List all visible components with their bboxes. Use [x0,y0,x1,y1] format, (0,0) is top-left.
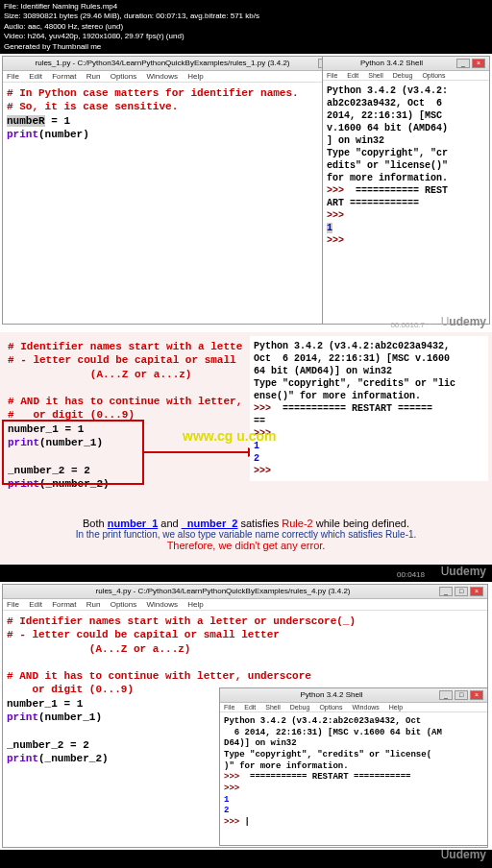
window-buttons: _ □ × [439,587,483,596]
maximize-button[interactable]: □ [455,587,468,596]
editor-titlebar-3[interactable]: rules_4.py - C:/Python34/LearnPythonQuic… [3,585,487,599]
shell-prompt: >>> [224,772,245,782]
editor-title-3: rules_4.py - C:/Python34/LearnPythonQuic… [7,587,439,595]
menu-edit[interactable]: Edit [29,72,42,81]
menu-edit[interactable]: Edit [29,600,42,609]
code-comment: (A...Z or a...z) [7,643,190,655]
window-buttons: _ □ × [439,690,483,700]
shell-prompt: >>> [327,235,350,246]
shell-line: Python 3.4.2 (v3.4.2: [327,85,448,96]
editor-window-1: rules_1.py - C:/Python34/LearnPythonQuic… [2,56,367,325]
code-number: 1 [77,698,84,710]
code-identifier: numbeR [7,115,45,127]
note-line-2: In the print function, we also type vari… [10,529,482,540]
shell-line: ] on win32 [327,135,384,146]
shell-output-3[interactable]: Python 3.4.2 (v3.4.2:ab2c023a9432, Oct 6… [220,712,487,832]
menu-file[interactable]: File [7,600,19,609]
shell-titlebar-3[interactable]: Python 3.4.2 Shell _ □ × [220,688,487,703]
shell-line: =========== RESTART ====== [277,403,432,414]
shell-output-2[interactable]: Python 3.4.2 (v3.4.2:ab2c023a9432, Oct 6… [250,336,488,481]
timestamp-2: 00:0418 [397,570,425,579]
shell-output: 1 [327,223,332,233]
shell-title-1: Python 3.4.2 Shell [327,59,456,67]
menu-windows[interactable]: Windows [352,704,379,711]
shell-line: =========== RESTART =========== [245,772,411,782]
menu-edit[interactable]: Edit [244,704,256,711]
shell-titlebar-1[interactable]: Python 3.4.2 Shell _ × [323,57,489,71]
code-builtin: print [7,129,38,140]
shell-prompt: >>> [327,210,350,221]
shell-line: =========== REST [350,185,448,196]
shell-line: Oct 6 2014, 22:16:31) [MSC v.1600 [254,353,450,364]
menu-format[interactable]: Format [52,72,76,81]
udemy-watermark: Uudemy [441,565,486,578]
thumbnail-1: rules_1.py - C:/Python34/LearnPythonQuic… [0,54,492,332]
menu-file[interactable]: File [224,704,234,711]
close-button[interactable]: × [470,690,483,700]
udemy-watermark: Uudemy [441,848,486,861]
menu-windows[interactable]: Windows [146,72,177,81]
menu-options[interactable]: Options [111,72,137,81]
thumbnail-2: # Identifier names start with a lette # … [0,332,492,582]
code-text: (number_1) [38,711,102,723]
shell-output-1[interactable]: Python 3.4.2 (v3.4.2: ab2c023a9432, Oct … [323,81,489,251]
window-buttons: _ × [456,59,485,68]
code-text: = [45,115,64,127]
minimize-button[interactable]: _ [439,587,453,596]
close-button[interactable]: × [470,587,483,596]
menu-run[interactable]: Run [86,600,101,609]
code-comment: # In Python case matters for identifier … [7,87,299,99]
shell-output: 2 [254,453,259,464]
explanation-note: Both number_1 and _number_2 satisfies Ru… [0,508,492,561]
shell-line: Python 3.4.2 (v3.4.2:ab2c023a9432, Oct [224,716,421,726]
code-comment: # AND it has to continue with letter, [8,396,242,407]
menu-options[interactable]: Options [422,72,445,79]
editor-menubar-3: File Edit Format Run Options Windows Hel… [3,599,487,611]
minimize-button[interactable]: _ [439,690,453,700]
shell-line: Type "copyright", "cr [327,148,448,158]
note-line-1: Both number_1 and _number_2 satisfies Ru… [10,518,482,529]
shell-line: == [254,416,265,426]
meta-video: Video: h264, yuv420p, 1920x1080, 29.97 f… [4,32,488,41]
menu-run[interactable]: Run [86,72,101,81]
menu-help[interactable]: Help [187,72,203,81]
editor-code-1[interactable]: # In Python case matters for identifier … [3,83,366,145]
shell-prompt: >>> [327,185,350,196]
minimize-button[interactable]: _ [456,59,470,68]
menu-help[interactable]: Help [187,600,203,609]
meta-file: File: Identifier Naming Rules.mp4 [4,2,488,12]
menu-help[interactable]: Help [389,704,403,711]
menu-windows[interactable]: Windows [146,600,177,609]
shell-window-3: Python 3.4.2 Shell _ □ × File Edit Shell… [219,687,488,846]
menu-debug[interactable]: Debug [393,72,413,79]
menu-edit[interactable]: Edit [347,72,358,79]
code-comment: # So, it is case sensitive. [7,101,178,112]
shell-title-3: Python 3.4.2 Shell [224,690,439,699]
editor-titlebar-1[interactable]: rules_1.py - C:/Python34/LearnPythonQuic… [3,57,366,71]
shell-line: )" for more information. [224,761,349,771]
shell-line: ab2c023a9432, Oct 6 [327,98,442,108]
menu-shell[interactable]: Shell [368,72,383,79]
shell-output: 2 [224,806,229,815]
code-number: 1 [63,115,70,127]
shell-prompt: >>> [224,817,245,827]
menu-options[interactable]: Options [319,704,342,711]
menu-file[interactable]: File [327,72,337,79]
shell-menubar-3: File Edit Shell Debug Options Windows He… [220,703,487,712]
shell-menubar-1: File Edit Shell Debug Options [323,71,489,81]
maximize-button[interactable]: □ [455,690,468,700]
menu-shell[interactable]: Shell [265,704,281,711]
menu-format[interactable]: Format [52,600,76,609]
code-comment: # - letter could be capital or small [8,354,242,366]
code-number: 2 [83,739,89,751]
bottom-bar: Uudemy [0,850,492,865]
shell-prompt: >>> [254,403,277,414]
menu-file[interactable]: File [7,72,19,81]
menu-options[interactable]: Options [111,600,137,609]
close-button[interactable]: × [472,59,485,68]
code-comment: # AND it has to continue with letter, un… [7,670,311,682]
shell-line: 6 2014, 22:16:31) [MSC v.1600 64 bit (AM [224,728,442,737]
shell-prompt: >>> [224,784,245,793]
shell-prompt: >>> [254,466,277,476]
menu-debug[interactable]: Debug [290,704,310,711]
